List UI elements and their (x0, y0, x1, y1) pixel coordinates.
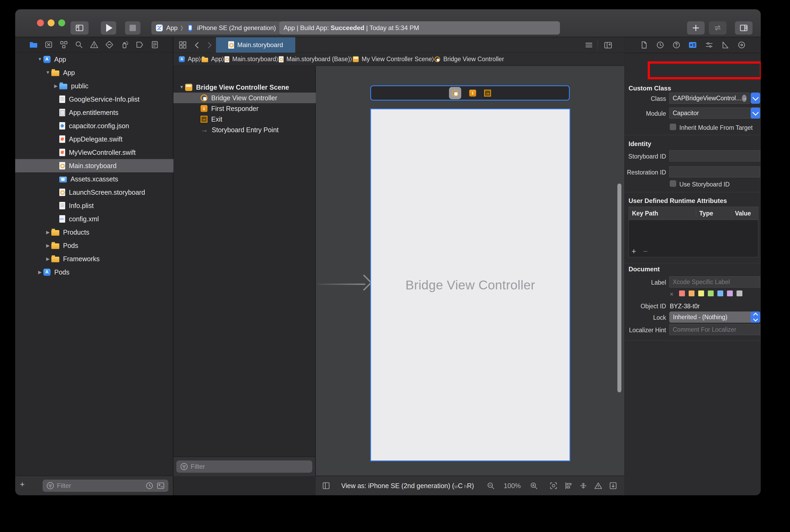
swatch-none[interactable]: × (670, 290, 674, 298)
disclosure-triangle-icon[interactable]: ▼ (44, 70, 51, 75)
udra-add-button[interactable]: + (632, 247, 636, 256)
outline-filter-field[interactable]: Filter (176, 460, 312, 473)
disclosure-triangle-icon[interactable]: ▶ (44, 256, 51, 262)
class-field[interactable]: CAPBridgeViewControl… → (669, 93, 750, 104)
outline-toggle-icon[interactable] (322, 481, 331, 490)
doc-label-field[interactable]: Xcode Specific Label (669, 277, 760, 288)
jump-to-class-icon[interactable]: → (742, 95, 747, 102)
run-button[interactable] (101, 21, 116, 35)
file-row-pods[interactable]: ▶APods (15, 265, 194, 279)
label-color-swatch[interactable] (698, 290, 704, 296)
breadcrumb-main-storyboard-base-[interactable]: Main.storyboard (Base) (278, 56, 350, 63)
outline-row-exit[interactable]: →Exit (173, 114, 335, 125)
project-navigator-icon[interactable] (29, 40, 38, 49)
disclosure-triangle-icon[interactable]: ▶ (36, 269, 43, 275)
embed-in-icon[interactable] (609, 481, 618, 490)
folder-icon (51, 243, 59, 249)
storyboard-id-field[interactable] (669, 150, 760, 162)
label-color-swatch[interactable] (689, 290, 694, 296)
interface-builder-canvas[interactable]: 1 → Bridge View Controller (316, 66, 624, 476)
dock-view-controller[interactable] (449, 87, 461, 99)
restoration-id-field[interactable] (669, 166, 760, 177)
outline-row-storyboard-entry-point[interactable]: →Storyboard Entry Point (173, 125, 335, 135)
source-control-status-filter-icon[interactable] (156, 481, 165, 490)
module-field[interactable]: Capacitor (669, 108, 760, 119)
forward-button-icon[interactable] (205, 41, 214, 50)
related-items-icon[interactable] (178, 40, 187, 50)
issue-navigator-icon[interactable] (90, 40, 99, 49)
window-minimize-button[interactable] (47, 19, 55, 26)
add-file-button[interactable]: + (20, 480, 25, 489)
update-frames-icon[interactable] (549, 481, 558, 490)
breadcrumb-separator: 〉 (432, 56, 434, 63)
stop-button[interactable] (125, 21, 140, 35)
label-color-swatch[interactable] (736, 290, 743, 296)
symbol-navigator-icon[interactable] (59, 40, 69, 49)
back-button-icon[interactable] (193, 41, 201, 50)
attributes-inspector-icon[interactable] (705, 40, 714, 50)
connections-inspector-icon[interactable] (737, 40, 746, 50)
test-navigator-icon[interactable] (105, 40, 114, 49)
canvas-scrollbar[interactable] (617, 184, 621, 392)
module-dropdown-button[interactable] (751, 108, 760, 119)
inherit-module-checkbox[interactable] (670, 124, 676, 130)
file-inspector-icon[interactable] (639, 40, 649, 50)
udra-remove-button[interactable]: − (643, 247, 648, 256)
breadcrumb-app[interactable]: AApp (178, 56, 199, 63)
disclosure-triangle-icon[interactable]: ▼ (178, 84, 185, 90)
tab-main-storyboard[interactable]: Main.storyboard (216, 37, 295, 53)
breadcrumb-app[interactable]: App (201, 56, 222, 63)
align-icon[interactable] (564, 481, 573, 490)
label-color-swatch[interactable] (708, 290, 714, 296)
history-inspector-icon[interactable] (656, 40, 665, 50)
navigator-toggle-button[interactable] (71, 21, 89, 35)
window-zoom-button[interactable] (58, 19, 65, 26)
identity-inspector-icon[interactable] (688, 40, 697, 50)
breadcrumb-my-view-controller-scene[interactable]: My View Controller Scene (352, 56, 432, 63)
disclosure-triangle-icon[interactable]: ▶ (44, 243, 51, 248)
zoom-in-icon[interactable] (529, 481, 538, 490)
breadcrumb-bridge-view-controller[interactable]: Bridge View Controller (434, 56, 504, 63)
code-review-icon (713, 23, 722, 33)
add-editor-icon[interactable] (603, 41, 613, 50)
window-close-button[interactable] (37, 19, 44, 26)
first-responder-icon[interactable]: 1 (469, 90, 476, 97)
source-control-icon[interactable] (44, 40, 53, 49)
breakpoint-navigator-icon[interactable] (135, 40, 144, 49)
disclosure-triangle-icon[interactable]: ▶ (44, 230, 51, 235)
label-color-swatch[interactable] (717, 290, 723, 296)
size-inspector-icon[interactable] (721, 40, 730, 50)
outline-row-first-responder[interactable]: 1First Responder (173, 103, 335, 114)
find-navigator-icon[interactable] (75, 40, 83, 49)
code-review-button[interactable] (709, 21, 727, 35)
view-controller-view[interactable]: Bridge View Controller (370, 109, 570, 461)
zoom-out-icon[interactable] (486, 481, 495, 490)
breadcrumb-main-storyboard[interactable]: Main.storyboard (224, 56, 276, 63)
use-storyboard-id-checkbox[interactable] (670, 180, 676, 187)
outline-row-bridge-view-controller-scene[interactable]: ▼Bridge View Controller Scene (173, 82, 320, 93)
report-navigator-icon[interactable] (150, 40, 159, 49)
disclosure-triangle-icon[interactable]: ▶ (52, 83, 59, 89)
debug-navigator-icon[interactable] (120, 40, 129, 49)
disclosure-triangle-icon[interactable]: ▼ (36, 57, 43, 62)
view-controller-icon (435, 56, 440, 62)
add-constraints-icon[interactable] (579, 481, 588, 490)
label-color-swatch[interactable] (727, 290, 733, 296)
file-row-app[interactable]: ▼AApp (15, 53, 194, 66)
quick-help-inspector-icon[interactable] (672, 40, 681, 50)
zoom-level[interactable]: 100% (504, 482, 521, 490)
view-as-label[interactable]: View as: iPhone SE (2nd generation) (wC … (341, 482, 474, 490)
outline-row-bridge-view-controller[interactable]: Bridge View Controller (173, 93, 335, 103)
resolve-autolayout-icon[interactable] (594, 481, 603, 490)
class-dropdown-button[interactable] (751, 93, 760, 104)
label-color-swatch[interactable] (679, 290, 685, 296)
inspectors-toggle-button[interactable] (735, 21, 752, 35)
lock-dropdown[interactable]: Inherited - (Nothing) (669, 311, 760, 323)
library-button[interactable] (687, 21, 705, 35)
navigator-filter-field[interactable]: Filter (42, 480, 168, 492)
exit-icon[interactable]: → (484, 90, 491, 97)
editor-options-icon[interactable] (584, 41, 593, 50)
localizer-hint-field[interactable]: Comment For Localizer (669, 324, 760, 335)
recent-files-filter-icon[interactable] (145, 481, 154, 490)
scheme-selector[interactable]: App 〉 iPhone SE (2nd generation) (151, 21, 282, 35)
